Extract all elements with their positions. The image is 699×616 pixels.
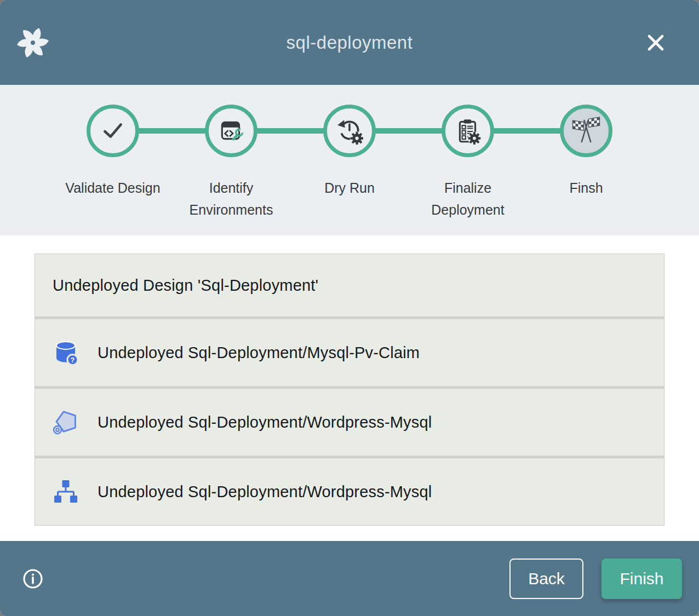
stepper: Validate Design Identify Environments (0, 85, 699, 235)
message-text: Undeployed Sql-Deployment/Wordpress-Mysq… (98, 483, 432, 501)
stepper-steps: Validate Design Identify Environments (0, 85, 699, 221)
dialog-title: sql-deployment (287, 32, 413, 53)
database-question-icon: ? (53, 339, 79, 366)
step-circle (87, 105, 139, 157)
code-window-wrench-icon (217, 117, 245, 145)
step-label: Finsh (569, 177, 603, 199)
step-label: Finalize Deployment (409, 177, 527, 221)
content: Undeployed Design 'Sql-Deployment' ? Und… (0, 235, 699, 541)
dialog-footer: Back Finish (0, 541, 699, 616)
pentagon-badge-icon (53, 409, 79, 435)
message-text: Undeployed Design 'Sql-Deployment' (53, 277, 318, 295)
step-circle (205, 105, 257, 157)
message-row: Undeployed Design 'Sql-Deployment' (35, 254, 664, 316)
svg-text:?: ? (71, 356, 75, 364)
stepper-step-finsh: Finsh (527, 85, 645, 221)
hierarchy-icon (53, 479, 79, 505)
step-circle (560, 105, 612, 157)
finish-button[interactable]: Finish (601, 559, 682, 599)
stepper-step-identify-environments: Identify Environments (172, 85, 290, 221)
stepper-step-finalize-deployment: Finalize Deployment (409, 85, 527, 221)
step-circle (442, 105, 494, 157)
message-text: Undeployed Sql-Deployment/Wordpress-Mysq… (98, 413, 432, 431)
footer-actions: Back Finish (509, 559, 682, 599)
info-button[interactable] (22, 568, 44, 590)
step-circle (323, 105, 376, 157)
checkered-flags-icon (570, 117, 602, 145)
meshery-logo-icon (15, 25, 50, 60)
close-icon (645, 32, 667, 54)
pentagon-badge-icon (53, 409, 79, 435)
message-row: Undeployed Sql-Deployment/Wordpress-Mysq… (35, 458, 664, 525)
check-icon (99, 117, 127, 145)
dialog-header: sql-deployment (0, 0, 699, 85)
info-icon (22, 568, 44, 590)
message-text: Undeployed Sql-Deployment/Mysql-Pv-Claim (98, 344, 420, 362)
hierarchy-icon (53, 479, 79, 505)
message-row: Undeployed Sql-Deployment/Wordpress-Mysq… (35, 389, 664, 456)
deployment-messages-list: Undeployed Design 'Sql-Deployment' ? Und… (35, 254, 664, 526)
sync-gear-icon (336, 117, 363, 145)
step-label: Dry Run (324, 177, 375, 199)
stepper-step-dry-run: Dry Run (290, 85, 409, 221)
step-label: Validate Design (65, 177, 160, 199)
deployment-wizard-dialog: sql-deployment Validate Design Identify … (0, 0, 699, 616)
back-button[interactable]: Back (509, 559, 583, 599)
stepper-step-validate-design: Validate Design (54, 85, 172, 221)
message-row: ? Undeployed Sql-Deployment/Mysql-Pv-Cla… (35, 319, 664, 386)
database-question-icon: ? (53, 339, 79, 366)
step-label: Identify Environments (172, 177, 290, 221)
clipboard-gear-icon (454, 117, 482, 145)
close-button[interactable] (644, 31, 667, 54)
